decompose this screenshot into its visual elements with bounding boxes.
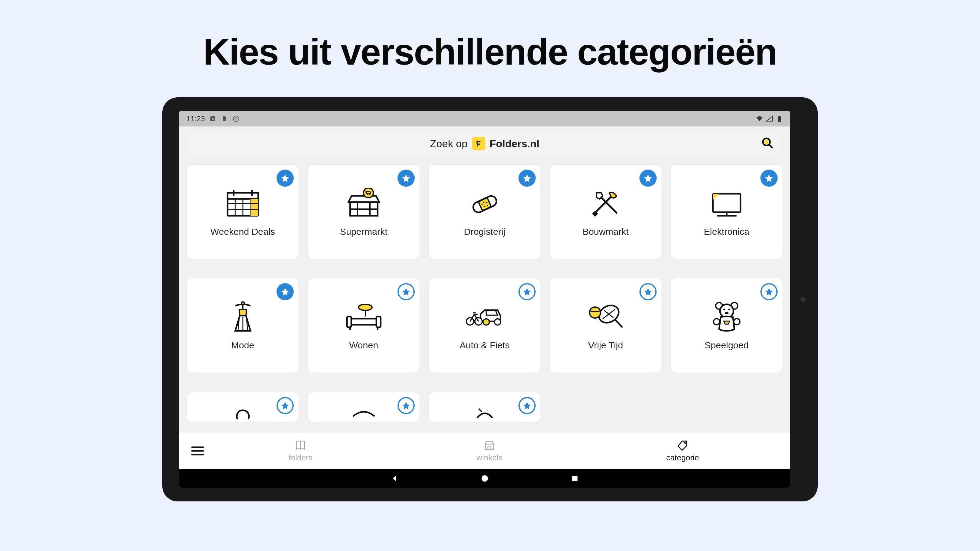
category-label: Mode bbox=[231, 340, 254, 351]
favorite-button[interactable] bbox=[519, 170, 536, 187]
category-card-partial[interactable] bbox=[428, 392, 541, 422]
tag-icon bbox=[676, 440, 689, 452]
category-card-drogisterij[interactable]: Drogisterij bbox=[428, 164, 541, 259]
store-icon bbox=[344, 187, 384, 221]
category-label: Weekend Deals bbox=[210, 227, 275, 237]
nav-categorie[interactable]: categorie bbox=[667, 440, 699, 462]
bottom-nav: folders winkels categorie bbox=[179, 432, 790, 469]
category-card-wonen[interactable]: Wonen bbox=[307, 278, 420, 373]
tablet-camera bbox=[800, 297, 805, 302]
status-sync-icon bbox=[232, 115, 240, 122]
category-card-mode[interactable]: Mode bbox=[186, 278, 299, 373]
svg-rect-4 bbox=[779, 116, 780, 117]
category-label: Speelgoed bbox=[705, 340, 748, 351]
category-grid: Weekend Deals Supermarkt Drogisterij bbox=[186, 164, 783, 432]
category-label: Supermarkt bbox=[340, 227, 387, 237]
category-label: Bouwmarkt bbox=[582, 227, 628, 237]
search-prefix: Zoek op bbox=[430, 138, 468, 150]
status-sd-icon bbox=[221, 115, 228, 122]
favorite-button[interactable] bbox=[398, 170, 415, 187]
bandage-icon bbox=[465, 187, 505, 221]
android-nav-bar bbox=[179, 469, 790, 487]
back-button[interactable] bbox=[390, 473, 400, 484]
category-card-partial[interactable] bbox=[186, 392, 299, 422]
svg-point-40 bbox=[241, 302, 244, 305]
app-content: Zoek op Folders.nl Weekend bbox=[179, 126, 790, 432]
nav-label: categorie bbox=[667, 453, 699, 462]
svg-point-69 bbox=[728, 308, 730, 310]
category-label: Wonen bbox=[349, 340, 378, 351]
svg-point-26 bbox=[369, 194, 370, 195]
sofa-icon bbox=[344, 300, 384, 334]
svg-rect-48 bbox=[347, 316, 351, 327]
category-card-weekend-deals[interactable]: Weekend Deals bbox=[186, 164, 299, 259]
recents-button[interactable] bbox=[570, 473, 580, 484]
svg-point-80 bbox=[481, 475, 488, 482]
svg-point-55 bbox=[475, 318, 482, 325]
svg-point-7 bbox=[764, 140, 768, 144]
nav-label: folders bbox=[288, 453, 312, 462]
nav-label: winkels bbox=[476, 453, 502, 462]
category-card-auto-fiets[interactable]: Auto & Fiets bbox=[428, 278, 541, 373]
sports-icon bbox=[586, 300, 626, 334]
tv-icon bbox=[707, 187, 747, 221]
car-bike-icon bbox=[465, 300, 505, 334]
favorite-button[interactable] bbox=[640, 283, 657, 300]
svg-point-64 bbox=[590, 307, 601, 318]
favorite-button[interactable] bbox=[640, 170, 657, 187]
favorite-button[interactable] bbox=[519, 397, 536, 414]
battery-icon bbox=[775, 115, 783, 122]
favorite-button[interactable] bbox=[760, 283, 778, 300]
search-icon[interactable] bbox=[761, 137, 773, 150]
category-card-supermarkt[interactable]: Supermarkt bbox=[307, 164, 420, 259]
favorite-button[interactable] bbox=[519, 283, 536, 300]
signal-icon bbox=[766, 115, 773, 122]
nav-folders[interactable]: folders bbox=[288, 440, 312, 462]
favorite-button[interactable] bbox=[398, 283, 415, 300]
status-app-icon: A bbox=[209, 115, 216, 122]
menu-button[interactable] bbox=[188, 443, 207, 458]
wifi-icon bbox=[756, 115, 763, 122]
favorite-button[interactable] bbox=[760, 170, 778, 187]
favorite-button[interactable] bbox=[277, 170, 294, 187]
page-headline: Kies uit verschillende categorieën bbox=[204, 30, 777, 73]
search-bar[interactable]: Zoek op Folders.nl bbox=[186, 131, 783, 156]
home-button[interactable] bbox=[480, 473, 490, 484]
category-card-bouwmarkt[interactable]: Bouwmarkt bbox=[549, 164, 662, 259]
svg-rect-47 bbox=[348, 319, 379, 325]
category-card-speelgoed[interactable]: Speelgoed bbox=[670, 278, 783, 373]
svg-point-53 bbox=[494, 319, 500, 325]
book-icon bbox=[294, 440, 307, 452]
svg-point-24 bbox=[364, 188, 373, 198]
svg-line-74 bbox=[479, 409, 482, 412]
svg-point-79 bbox=[684, 442, 686, 444]
svg-point-73 bbox=[237, 410, 249, 419]
calendar-icon bbox=[223, 187, 263, 221]
partial-icon bbox=[344, 404, 384, 419]
svg-line-6 bbox=[769, 144, 772, 148]
dress-icon bbox=[223, 300, 263, 334]
favorite-button[interactable] bbox=[398, 397, 415, 414]
svg-rect-9 bbox=[228, 193, 258, 199]
svg-rect-81 bbox=[572, 476, 577, 481]
status-bar: 11:23 A bbox=[179, 111, 790, 126]
category-card-partial[interactable] bbox=[307, 392, 420, 422]
favorite-button[interactable] bbox=[277, 283, 294, 300]
partial-icon bbox=[465, 404, 505, 419]
svg-point-25 bbox=[367, 194, 368, 195]
svg-rect-3 bbox=[778, 116, 781, 122]
search-label: Zoek op Folders.nl bbox=[430, 137, 539, 150]
screen: 11:23 A Zoek op Folders.nl bbox=[179, 111, 790, 487]
svg-rect-37 bbox=[713, 194, 740, 212]
svg-point-72 bbox=[734, 319, 740, 325]
category-card-elektronica[interactable]: Elektronica bbox=[670, 164, 783, 259]
svg-text:A: A bbox=[212, 117, 215, 121]
svg-rect-17 bbox=[250, 199, 258, 216]
category-label: Drogisterij bbox=[464, 227, 505, 237]
svg-point-45 bbox=[359, 304, 372, 310]
favorite-button[interactable] bbox=[277, 397, 294, 414]
svg-point-52 bbox=[483, 319, 489, 325]
nav-winkels[interactable]: winkels bbox=[476, 440, 502, 462]
category-card-vrije-tijd[interactable]: Vrije Tijd bbox=[549, 278, 662, 373]
brand-logo-icon bbox=[472, 137, 485, 150]
